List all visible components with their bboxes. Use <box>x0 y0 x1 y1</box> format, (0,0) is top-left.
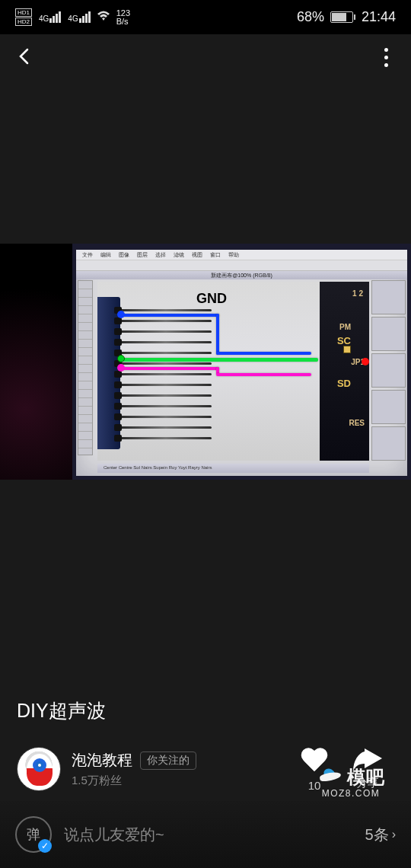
editor-menubar: 文件 编辑 图像 图层 选择 滤镜 视图 窗口 帮助 <box>76 250 407 260</box>
editor-screen: 文件 编辑 图像 图层 选择 滤镜 视图 窗口 帮助 新建画布@100% (RG… <box>76 250 407 476</box>
watermark-text: 模吧 <box>347 765 385 790</box>
label-sc: SC <box>337 335 351 346</box>
video-player[interactable]: 文件 编辑 图像 图层 选择 滤镜 视图 窗口 帮助 新建画布@100% (RG… <box>0 244 411 480</box>
top-nav <box>0 34 411 80</box>
wifi-icon <box>97 11 110 24</box>
author-info[interactable]: 泡泡教程 你关注的 1.5万粉丝 <box>72 750 288 788</box>
status-bar: HD1 HD2 4G 4G 123 B/s 68% 21:44 <box>0 0 411 34</box>
wire-blue-2 <box>216 352 311 355</box>
label-gnd: GND <box>196 291 227 307</box>
label-pm: PM <box>339 323 351 331</box>
bottom-bar: 弹 ✓ 说点儿友爱的~ 5条 › <box>0 801 411 868</box>
danmu-icon: 弹 <box>27 825 40 844</box>
wire-magenta-2 <box>216 373 311 376</box>
editor-statusbar: Center Centre Sol Nairs Supein Roy Yoyt … <box>97 464 369 473</box>
clock: 21:44 <box>362 9 396 25</box>
node-green <box>117 355 125 362</box>
back-button[interactable] <box>15 43 33 72</box>
hd-badges: HD1 HD2 <box>15 8 32 26</box>
label-res: RES <box>349 419 365 427</box>
plane-icon <box>317 768 344 787</box>
wire-green <box>120 358 318 362</box>
side-panels <box>371 280 406 461</box>
danmu-toggle[interactable]: 弹 ✓ <box>15 816 52 853</box>
tool-palette <box>78 280 93 455</box>
hd1-badge: HD1 <box>15 8 32 17</box>
comment-count-button[interactable]: 5条 › <box>365 825 396 845</box>
node-magenta <box>117 364 125 372</box>
video-title[interactable]: DIY超声波 <box>17 698 106 723</box>
header-pins <box>120 305 219 442</box>
status-left: HD1 HD2 4G 4G 123 B/s <box>15 8 130 26</box>
comment-input[interactable]: 说点儿友爱的~ <box>64 825 353 845</box>
hd2-badge: HD2 <box>15 18 32 26</box>
circuit-photo: 1 2 PM SC JP1 SD RES GND <box>97 282 369 461</box>
wire-blue <box>120 314 219 317</box>
wire-magenta <box>120 367 219 370</box>
wire-blue-v <box>216 314 219 355</box>
editor-titlebar: 新建画布@100% (RGB/8) <box>76 271 407 279</box>
fans-count: 1.5万粉丝 <box>72 774 288 788</box>
watermark: 模吧 MOZ8.COM <box>301 763 400 801</box>
check-icon: ✓ <box>38 839 52 853</box>
video-bg-left <box>0 244 72 480</box>
battery-icon <box>330 11 355 23</box>
comment-count-label: 5条 <box>365 825 389 845</box>
node-red <box>362 358 369 365</box>
author-avatar[interactable] <box>17 747 61 791</box>
pcb-right: 1 2 PM SC JP1 SD RES <box>320 282 369 461</box>
node-blue <box>117 311 125 318</box>
chevron-right-icon: › <box>392 828 396 841</box>
data-rate: 123 B/s <box>116 9 130 26</box>
status-right: 68% 21:44 <box>297 9 396 25</box>
editor-toolbar <box>76 260 407 271</box>
more-options-button[interactable] <box>377 40 396 75</box>
signal-sim1: 4G <box>38 11 61 23</box>
author-name: 泡泡教程 <box>72 750 132 771</box>
signal-sim2: 4G <box>67 11 90 23</box>
battery-percent: 68% <box>297 9 324 25</box>
follow-status-badge: 你关注的 <box>140 752 196 770</box>
label-12: 1 2 <box>352 289 363 298</box>
watermark-url: MOZ8.COM <box>322 788 381 799</box>
editor-canvas: 1 2 PM SC JP1 SD RES GND <box>97 282 369 461</box>
label-sd: SD <box>337 378 351 389</box>
